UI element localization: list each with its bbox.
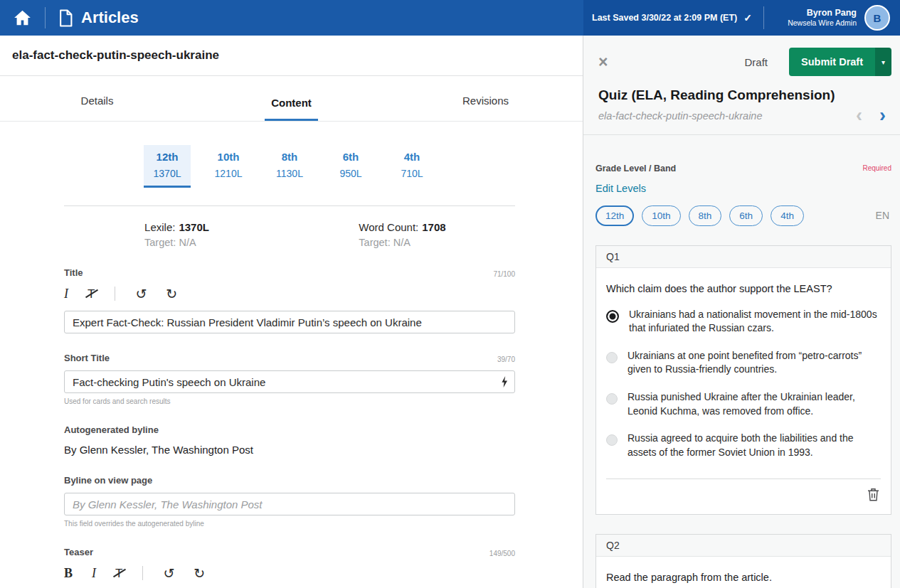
topbar: Articles Last Saved 3/30/22 at 2:09 PM (… bbox=[0, 0, 900, 36]
pill-8th[interactable]: 8th bbox=[689, 205, 722, 226]
quiz-panel: × Draft Submit Draft ▾ Quiz (ELA, Readin… bbox=[583, 36, 900, 588]
toolbar-divider bbox=[115, 287, 115, 301]
user-menu[interactable]: Byron Pang Newsela Wire Admin B bbox=[764, 5, 890, 31]
wordcount-stat: Word Count: 1708 Target: N/A bbox=[359, 221, 445, 248]
tab-content[interactable]: Content bbox=[194, 76, 388, 121]
avatar[interactable]: B bbox=[864, 5, 890, 31]
quiz-panel-body: Grade Level / Band Required Edit Levels … bbox=[583, 135, 900, 588]
answer-option-2[interactable]: Ukrainians at one point benefited from “… bbox=[606, 349, 881, 377]
user-role: Newsela Wire Admin bbox=[788, 18, 857, 28]
question-card-q2: Q2 Read the paragraph from the article. bbox=[595, 534, 891, 588]
view-byline-input[interactable] bbox=[64, 493, 515, 515]
lexile-value: 1370L bbox=[179, 221, 209, 233]
articles-title-group: Articles bbox=[58, 9, 139, 28]
article-slug-bar: ela-fact-check-putin-speech-ukraine bbox=[0, 36, 583, 76]
next-chevron-icon[interactable]: › bbox=[871, 108, 891, 124]
edit-levels-link[interactable]: Edit Levels bbox=[595, 183, 646, 194]
language-label: EN bbox=[876, 210, 889, 221]
editor-content: 12th 1370L 10th 1210L 8th 1130L 6th 950L… bbox=[0, 122, 583, 588]
lexile-target: Target: N/A bbox=[144, 237, 209, 248]
tab-details[interactable]: Details bbox=[0, 76, 194, 121]
radio-icon[interactable] bbox=[606, 352, 618, 363]
bold-button[interactable]: B bbox=[64, 567, 73, 579]
undo-button[interactable]: ↺ bbox=[163, 567, 174, 580]
title-field-head: Title 71/100 bbox=[64, 267, 515, 278]
answer-option-1[interactable]: Ukrainians had a nationalist movement in… bbox=[606, 308, 881, 336]
submit-dropdown-caret-icon[interactable]: ▾ bbox=[875, 48, 891, 76]
app-title: Articles bbox=[81, 9, 139, 27]
grade-level-tabs: 12th 1370L 10th 1210L 8th 1130L 6th 950L… bbox=[64, 145, 515, 188]
grade-tab-10th[interactable]: 10th 1210L bbox=[205, 145, 252, 188]
autofill-bolt-icon[interactable] bbox=[501, 376, 508, 387]
clear-format-button[interactable]: T bbox=[115, 567, 122, 579]
saved-check-icon: ✓ bbox=[743, 12, 752, 23]
redo-button[interactable]: ↻ bbox=[166, 287, 177, 301]
italic-button[interactable]: I bbox=[64, 287, 68, 300]
short-title-label: Short Title bbox=[64, 353, 110, 363]
title-toolbar: I T ↺ ↻ bbox=[64, 286, 515, 301]
delete-question-trash-icon[interactable] bbox=[867, 488, 879, 501]
quiz-panel-header: × Draft Submit Draft ▾ Quiz (ELA, Readin… bbox=[583, 36, 900, 135]
home-icon bbox=[13, 9, 32, 27]
quiz-subtitle: ela-fact-check-putin-speech-ukraine bbox=[598, 110, 847, 122]
grade-tab-4th[interactable]: 4th 710L bbox=[388, 145, 435, 188]
pill-4th[interactable]: 4th bbox=[771, 205, 804, 226]
short-title-char-counter: 39/70 bbox=[497, 356, 515, 363]
band-pills: 12th 10th 8th 6th 4th EN bbox=[595, 205, 891, 226]
radio-icon[interactable] bbox=[606, 393, 618, 405]
articles-doc-icon bbox=[58, 9, 73, 28]
level-stats: Lexile: 1370L Target: N/A Word Count: 17… bbox=[64, 221, 515, 248]
title-input[interactable] bbox=[64, 311, 515, 333]
teaser-field-head: Teaser 149/500 bbox=[64, 547, 515, 557]
article-slug: ela-fact-check-putin-speech-ukraine bbox=[12, 48, 219, 63]
topbar-divider bbox=[45, 7, 46, 28]
short-title-field-head: Short Title 39/70 bbox=[64, 353, 515, 363]
pill-6th[interactable]: 6th bbox=[729, 205, 763, 226]
quiz-title: Quiz (ELA, Reading Comprehension) bbox=[598, 87, 891, 103]
wordcount-value: 1708 bbox=[422, 221, 445, 233]
grade-tab-6th[interactable]: 6th 950L bbox=[327, 145, 374, 188]
teaser-char-counter: 149/500 bbox=[489, 550, 515, 557]
question-id: Q1 bbox=[596, 246, 891, 268]
topbar-left: Articles bbox=[0, 0, 583, 36]
short-title-input[interactable] bbox=[64, 370, 515, 393]
auto-byline-head: Autogenerated byline bbox=[64, 424, 515, 435]
redo-button[interactable]: ↻ bbox=[194, 567, 205, 580]
radio-selected-icon[interactable] bbox=[606, 310, 619, 323]
main-layout: ela-fact-check-putin-speech-ukraine Deta… bbox=[0, 36, 900, 588]
short-title-wrap bbox=[64, 370, 515, 393]
pill-12th[interactable]: 12th bbox=[595, 205, 634, 226]
auto-byline-value: By Glenn Kessler, The Washington Post bbox=[64, 444, 515, 456]
close-icon[interactable]: × bbox=[598, 54, 608, 70]
grade-tab-8th[interactable]: 8th 1130L bbox=[266, 145, 313, 188]
home-button[interactable] bbox=[13, 9, 32, 27]
prev-chevron-icon[interactable]: ‹ bbox=[847, 108, 871, 124]
grade-tab-12th[interactable]: 12th 1370L bbox=[144, 145, 191, 188]
teaser-label: Teaser bbox=[64, 547, 93, 557]
teaser-toolbar: B I T ↺ ↻ bbox=[64, 565, 515, 581]
undo-button[interactable]: ↺ bbox=[135, 287, 147, 301]
title-label: Title bbox=[64, 267, 83, 278]
lexile-label: Lexile: bbox=[144, 221, 175, 233]
editor-tabs: Details Content Revisions bbox=[0, 76, 583, 122]
answer-option-4[interactable]: Russia agreed to acquire both the liabil… bbox=[606, 432, 881, 459]
short-title-helper: Used for cards and search results bbox=[64, 397, 515, 405]
radio-icon[interactable] bbox=[606, 434, 618, 446]
italic-button[interactable]: I bbox=[92, 567, 96, 579]
wordcount-label: Word Count: bbox=[359, 221, 418, 233]
user-text: Byron Pang Newsela Wire Admin bbox=[788, 7, 857, 28]
question-card-q1: Q1 Which claim does the author support t… bbox=[595, 245, 891, 515]
question-prompt: Which claim does the author support the … bbox=[606, 283, 881, 294]
article-editor: ela-fact-check-putin-speech-ukraine Deta… bbox=[0, 36, 583, 588]
clear-format-button[interactable]: T bbox=[88, 288, 95, 300]
question-id: Q2 bbox=[596, 535, 891, 557]
last-saved-status: Last Saved 3/30/22 at 2:09 PM (ET) bbox=[592, 13, 737, 23]
tab-revisions[interactable]: Revisions bbox=[388, 76, 583, 121]
required-badge: Required bbox=[862, 164, 891, 172]
answer-option-3[interactable]: Russia punished Ukraine after the Ukrain… bbox=[606, 390, 881, 418]
auto-byline-label: Autogenerated byline bbox=[64, 424, 159, 435]
pill-10th[interactable]: 10th bbox=[642, 205, 680, 226]
wordcount-target: Target: N/A bbox=[359, 237, 445, 248]
submit-draft-label[interactable]: Submit Draft bbox=[789, 48, 875, 76]
submit-draft-button[interactable]: Submit Draft ▾ bbox=[789, 48, 891, 76]
